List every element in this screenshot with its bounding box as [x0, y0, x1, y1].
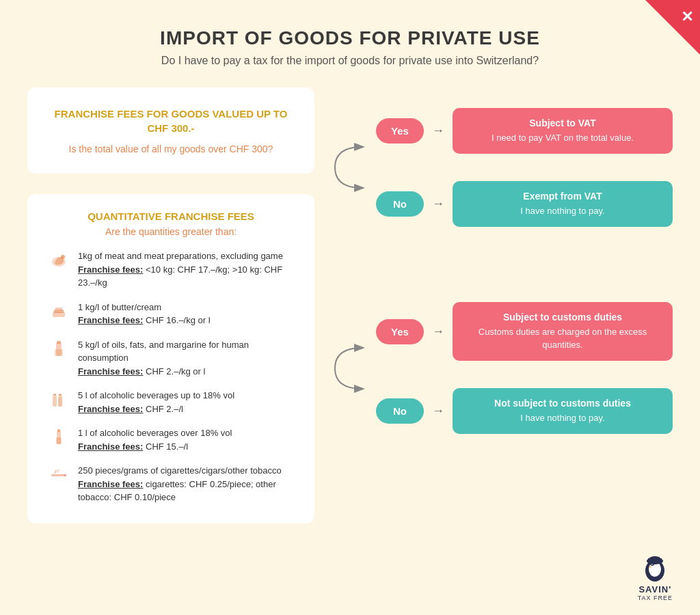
item-text-oil: 5 kg/l of oils, fats, and margarine for …	[78, 338, 294, 379]
svg-point-1	[61, 255, 65, 259]
logo-icon	[638, 549, 672, 583]
page-subtitle: Do I have to pay a tax for the import of…	[0, 55, 700, 67]
svg-rect-7	[57, 341, 61, 344]
quantitative-subtitle: Are the quantities greater than:	[48, 226, 294, 237]
customs-yes-row: Yes → Subject to customs duties Customs …	[376, 302, 673, 360]
logo-area: SAVIN' TAX FREE	[638, 549, 673, 601]
svg-rect-15	[56, 437, 62, 444]
list-item: 250 pieces/grams of cigarettes/cigars/ot…	[48, 464, 294, 504]
quantitative-fees-box: QUANTITATIVE FRANCHISE FEES Are the quan…	[27, 194, 314, 523]
vat-flow-options: Yes → Subject to VAT I need to pay VAT o…	[376, 108, 673, 227]
vat-flow-section: Yes → Subject to VAT I need to pay VAT o…	[328, 108, 673, 227]
customs-branch-arrows	[328, 331, 376, 406]
content-area: FRANCHISE FEES FOR GOODS VALUED UP TO CH…	[0, 87, 700, 523]
svg-rect-17	[51, 474, 64, 476]
customs-subject-box: Subject to customs duties Customs duties…	[453, 302, 673, 360]
customs-no-row: No → Not subject to customs duties I hav…	[376, 388, 673, 434]
butter-icon	[48, 302, 70, 324]
list-item: 5 kg/l of oils, fats, and margarine for …	[48, 338, 294, 379]
item-text-butter: 1 kg/l of butter/cream Franchise fees: C…	[78, 301, 211, 327]
item-text-low-alcohol: 5 l of alcoholic beverages up to 18% vol…	[78, 389, 234, 415]
vat-exempt-title: Exempt from VAT	[466, 191, 659, 202]
quantitative-title: QUANTITATIVE FRANCHISE FEES	[48, 210, 294, 222]
svg-rect-18	[64, 474, 66, 476]
franchise-box-question: Is the total value of all my goods over …	[48, 144, 294, 154]
svg-rect-9	[58, 397, 62, 407]
customs-flow-options: Yes → Subject to customs duties Customs …	[376, 302, 673, 434]
customs-yes-arrow: →	[432, 325, 444, 339]
close-icon[interactable]: ✕	[681, 8, 693, 26]
svg-rect-13	[59, 394, 62, 396]
list-item: 1kg of meat and meat preparations, exclu…	[48, 249, 294, 290]
list-item: 1 kg/l of butter/cream Franchise fees: C…	[48, 301, 294, 327]
left-column: FRANCHISE FEES FOR GOODS VALUED UP TO CH…	[27, 87, 314, 523]
customs-exempt-title: Not subject to customs duties	[466, 398, 659, 409]
svg-point-28	[649, 556, 660, 560]
customs-no-button[interactable]: No	[376, 398, 424, 424]
alcohol-icon	[48, 390, 70, 412]
svg-rect-4	[55, 308, 62, 310]
vat-yes-button[interactable]: Yes	[376, 118, 424, 144]
franchise-box-title: FRANCHISE FEES FOR GOODS VALUED UP TO CH…	[48, 107, 294, 135]
logo-tagline: TAX FREE	[638, 594, 673, 601]
vat-exempt-box: Exempt from VAT I have nothing to pay.	[453, 181, 673, 227]
vat-yes-row: Yes → Subject to VAT I need to pay VAT o…	[376, 108, 673, 154]
vat-yes-arrow: →	[432, 124, 444, 138]
customs-exempt-box: Not subject to customs duties I have not…	[453, 388, 673, 434]
cigarette-icon	[48, 465, 70, 487]
item-text-high-alcohol: 1 l of alcoholic beverages over 18% vol …	[78, 426, 232, 453]
svg-rect-6	[55, 349, 63, 356]
customs-subject-title: Subject to customs duties	[466, 312, 659, 323]
oil-icon	[48, 340, 70, 361]
logo-name: SAVIN'	[638, 584, 671, 594]
vat-no-row: No → Exempt from VAT I have nothing to p…	[376, 181, 673, 227]
item-list: 1kg of meat and meat preparations, exclu…	[48, 249, 294, 504]
vat-subject-title: Subject to VAT	[466, 118, 659, 128]
list-item: 1 l of alcoholic beverages over 18% vol …	[48, 426, 294, 453]
svg-rect-8	[53, 397, 57, 407]
svg-rect-12	[53, 394, 56, 396]
item-text-tobacco: 250 pieces/grams of cigarettes/cigars/ot…	[78, 464, 294, 504]
item-text-meat: 1kg of meat and meat preparations, exclu…	[78, 249, 294, 290]
customs-no-arrow: →	[432, 404, 444, 418]
right-column: Yes → Subject to VAT I need to pay VAT o…	[328, 87, 673, 523]
vat-subject-desc: I need to pay VAT on the total value.	[466, 132, 659, 144]
vat-exempt-desc: I have nothing to pay.	[466, 205, 659, 217]
customs-subject-desc: Customs duties are charged on the excess…	[466, 326, 659, 351]
page-title: IMPORT OF GOODS FOR PRIVATE USE	[0, 0, 700, 49]
vat-subject-box: Subject to VAT I need to pay VAT on the …	[453, 108, 673, 154]
vat-branch-arrows	[328, 130, 376, 205]
vat-no-arrow: →	[432, 197, 444, 211]
franchise-fees-box: FRANCHISE FEES FOR GOODS VALUED UP TO CH…	[27, 87, 314, 174]
customs-exempt-desc: I have nothing to pay.	[466, 412, 659, 424]
list-item: 5 l of alcoholic beverages up to 18% vol…	[48, 389, 294, 415]
meat-icon	[48, 251, 70, 273]
bottle-icon	[48, 428, 70, 450]
customs-flow-section: Yes → Subject to customs duties Customs …	[328, 302, 673, 434]
customs-yes-button[interactable]: Yes	[376, 319, 424, 344]
svg-rect-16	[57, 429, 60, 432]
vat-no-button[interactable]: No	[376, 191, 424, 217]
